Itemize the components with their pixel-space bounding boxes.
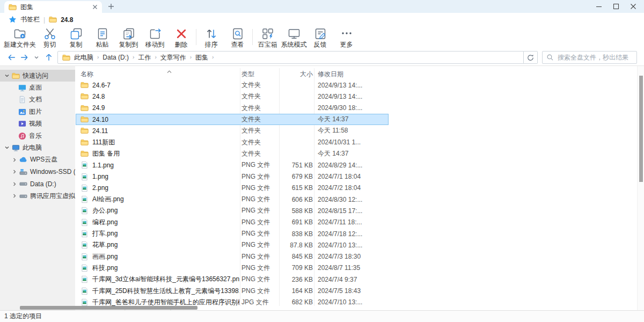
- sort-ascending-icon[interactable]: [166, 67, 172, 77]
- file-row[interactable]: 画画.png PNG 文件 845 KB 2024/7/3 18:30: [76, 251, 389, 262]
- tab-close-icon[interactable]: [92, 4, 98, 10]
- file-size: 606 KB: [273, 194, 313, 205]
- bookmark-folder-label[interactable]: 24.8: [61, 16, 73, 24]
- file-row[interactable]: 科技.png PNG 文件 709 KB 2024/8/7 11:35: [76, 262, 389, 274]
- file-date: 今天 14:37: [318, 148, 348, 159]
- breadcrumb-segment[interactable]: 文章写作: [160, 53, 186, 62]
- vertical-scrollbar-thumb[interactable]: [639, 76, 643, 182]
- breadcrumb-segment[interactable]: Data (D:): [103, 54, 129, 61]
- address-bar: 此电脑 ›Data (D:) ›工作 ›文章写作 ›图集 ›: [0, 49, 644, 65]
- sidebar-item-1-2[interactable]: Data (D:): [0, 178, 75, 190]
- refresh-button[interactable]: [524, 51, 538, 64]
- file-row[interactable]: 24.9 文件夹 2024/9/30 18:...: [76, 103, 389, 114]
- breadcrumb-segment[interactable]: 此电脑: [74, 53, 93, 62]
- chevron-down-icon[interactable]: [4, 73, 10, 78]
- file-row[interactable]: 24.10 文件夹 今天 14:37: [76, 114, 389, 125]
- file-date: 2024/7/3 18:30: [318, 251, 361, 262]
- file-date: 2024/7/10 13:...: [318, 297, 362, 308]
- file-date: 2024/7/2 18:04: [318, 182, 361, 194]
- sidebar-item-label: Windows-SSD (C:): [30, 168, 75, 175]
- bookmarks-label[interactable]: 书签栏: [20, 15, 40, 24]
- sidebar-item-0-0[interactable]: 桌面: [0, 82, 75, 93]
- file-date: 2024/9/30 18:...: [318, 103, 362, 114]
- file-row[interactable]: 24.11 文件夹 今天 11:58: [76, 125, 389, 136]
- file-row[interactable]: 24.8 文件夹 2024/9/13 14:...: [76, 91, 389, 102]
- breadcrumb-segment[interactable]: 工作: [138, 53, 151, 62]
- file-row[interactable]: AI绘画.png PNG 文件 606 KB 2024/8/30 12:...: [76, 194, 389, 205]
- file-type: PNG 文件: [241, 285, 270, 296]
- file-row[interactable]: 花草.png PNG 文件 87.8 KB 2024/7/10 13:...: [76, 239, 389, 251]
- new-tab-button[interactable]: [107, 3, 115, 10]
- toolbar-button-toolbox[interactable]: 百宝箱: [254, 27, 281, 49]
- column-header-type[interactable]: 类型: [241, 70, 254, 79]
- file-name: 24.11: [92, 127, 108, 135]
- vertical-scrollbar[interactable]: [637, 66, 644, 310]
- toolbar-button-sort[interactable]: 排序: [198, 27, 224, 49]
- file-type: 文件夹: [241, 148, 261, 159]
- file-row[interactable]: 24.6-7 文件夹 2024/9/13 14:...: [76, 79, 389, 91]
- up-button[interactable]: [42, 53, 55, 62]
- sidebar-item-1-3[interactable]: 腾讯应用宝虚拟磁盘 (T:: [0, 190, 75, 202]
- minimize-button[interactable]: [590, 0, 608, 13]
- file-row[interactable]: 2.png PNG 文件 615 KB 2024/7/2 18:04: [76, 182, 389, 194]
- forward-button[interactable]: [18, 53, 30, 62]
- sidebar-section-1[interactable]: 此电脑: [0, 142, 75, 153]
- file-name: 千库网_3d立体ai智能球科技_元素编号13656327.png: [92, 275, 239, 284]
- toolbar-button-paste[interactable]: 粘贴: [89, 27, 115, 49]
- image-file-icon: [80, 287, 89, 295]
- chevron-right-icon[interactable]: [12, 157, 17, 163]
- search-input[interactable]: [557, 53, 633, 62]
- toolbar-button-move-to[interactable]: 移动到: [142, 27, 168, 49]
- toolbar-button-system-mode[interactable]: 系统模式: [281, 27, 307, 49]
- chevron-right-icon: ›: [190, 54, 192, 60]
- file-row[interactable]: 千库网_25D科技智慧生活线上教育_元素编号13398121.png PNG 文…: [76, 285, 389, 296]
- column-header-name[interactable]: 名称: [80, 70, 93, 79]
- sidebar-item-0-1[interactable]: 文档: [0, 94, 75, 106]
- column-header-date[interactable]: 修改日期: [318, 70, 343, 79]
- breadcrumb[interactable]: 此电脑 ›Data (D:) ›工作 ›文章写作 ›图集 ›: [57, 51, 524, 64]
- sidebar-item-0-3[interactable]: 视频: [0, 118, 75, 130]
- file-row[interactable]: 打车.png PNG 文件 838 KB 2024/7/18 12:...: [76, 228, 389, 239]
- toolbar-button-delete[interactable]: 删除: [168, 27, 194, 49]
- file-type: JPG 文件: [241, 297, 269, 308]
- file-row[interactable]: 111新图 文件夹 2024/10/31 1...: [76, 137, 389, 148]
- file-row[interactable]: 1.1.png PNG 文件 751 KB 2024/8/29 14:...: [76, 159, 389, 171]
- file-row[interactable]: 图集 备用 文件夹 今天 14:37: [76, 148, 389, 159]
- chevron-right-icon[interactable]: [12, 193, 17, 199]
- toolbar-button-label: 剪切: [43, 41, 56, 48]
- history-chevron-icon[interactable]: [30, 55, 42, 60]
- file-row[interactable]: 千库网_3d立体ai智能球科技_元素编号13656327.png PNG 文件 …: [76, 274, 389, 285]
- horizontal-scrollbar-thumb[interactable]: [20, 306, 197, 310]
- file-row[interactable]: 编程.png PNG 文件 691 KB 2024/7/11 18:...: [76, 217, 389, 228]
- toolbar-button-feedback[interactable]: 反馈: [307, 27, 333, 49]
- file-name: 2.png: [92, 184, 108, 192]
- file-row[interactable]: 1.png PNG 文件 679 KB 2024/7/1 18:04: [76, 171, 389, 182]
- file-row[interactable]: 办公.png PNG 文件 588 KB 2024/8/15 17:...: [76, 205, 389, 216]
- file-manager-window: 图集 书签栏 | 24.8 新建文件夹 剪切 复制 粘贴: [0, 0, 644, 322]
- file-type: 文件夹: [241, 137, 261, 148]
- toolbar-button-cut[interactable]: 剪切: [36, 27, 63, 49]
- sidebar-item-0-4[interactable]: 音乐: [0, 130, 75, 142]
- sidebar-item-1-0[interactable]: WPS云盘: [0, 154, 75, 166]
- column-header-size[interactable]: 大小: [279, 70, 313, 79]
- toolbar-button-copy-to[interactable]: 复制到: [115, 27, 142, 49]
- close-button[interactable]: [625, 0, 642, 13]
- chevron-right-icon[interactable]: [12, 169, 17, 174]
- back-button[interactable]: [5, 53, 18, 62]
- file-name: 千库网_25D科技智慧生活线上教育_元素编号13398121.png: [92, 287, 239, 296]
- maximize-button[interactable]: [608, 0, 625, 13]
- toolbar-button-new-folder[interactable]: 新建文件夹: [3, 27, 36, 49]
- file-name: 花草.png: [92, 240, 118, 250]
- breadcrumb-segment[interactable]: 图集: [195, 53, 208, 62]
- file-date: 2024/10/31 1...: [318, 137, 361, 148]
- sidebar-section-0[interactable]: 快速访问: [0, 70, 75, 82]
- toolbar-button-more[interactable]: 更多: [333, 27, 360, 49]
- browser-tab[interactable]: 图集: [4, 1, 102, 13]
- toolbar-button-view[interactable]: 查看: [224, 27, 251, 49]
- search-box[interactable]: [542, 51, 637, 64]
- toolbar-button-copy[interactable]: 复制: [63, 27, 89, 49]
- sidebar-item-0-2[interactable]: 图片: [0, 106, 75, 118]
- chevron-down-icon[interactable]: [4, 145, 10, 150]
- chevron-right-icon[interactable]: [12, 181, 17, 187]
- sidebar-item-1-1[interactable]: Windows-SSD (C:): [0, 166, 75, 178]
